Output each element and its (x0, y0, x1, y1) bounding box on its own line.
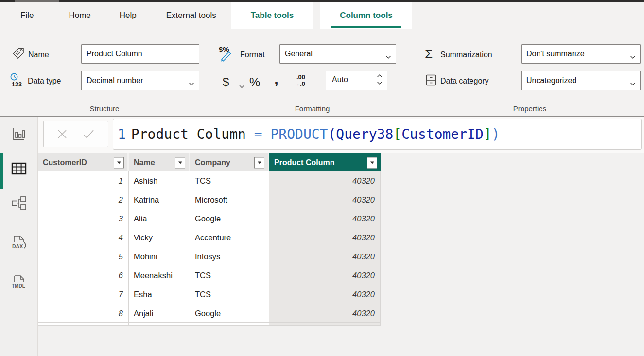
summarization-value: Don't summarize (526, 50, 585, 58)
thousands-separator-button[interactable]: , (274, 70, 278, 88)
cell-customerid[interactable]: 3 (38, 209, 129, 228)
sidebar-item-tmdl-view[interactable]: TMDL (0, 274, 38, 293)
cell-company[interactable]: Infosys (190, 247, 269, 266)
cell-name[interactable]: Meenakshi (129, 266, 190, 285)
table-row[interactable]: 6 Meenakshi TCS 40320 (38, 266, 381, 285)
cell-customerid[interactable]: 1 (38, 171, 129, 190)
cell-company[interactable]: Google (190, 209, 269, 228)
table-row[interactable]: 8 Anjali Google 40320 (38, 304, 381, 323)
cell-name[interactable]: Esha (129, 285, 190, 304)
tab-file[interactable]: File (20, 2, 34, 29)
cell-product-column[interactable]: 40320 (269, 304, 381, 323)
cell-product-column[interactable]: 40320 (269, 190, 381, 209)
table-row[interactable]: 7 Esha TCS 40320 (38, 285, 381, 304)
cell-customerid[interactable]: 6 (38, 266, 129, 285)
sidebar-item-report-view[interactable] (0, 125, 38, 143)
cell-product-column[interactable]: 40320 (269, 228, 381, 247)
cell-name[interactable]: Anjali (129, 304, 190, 323)
filter-button[interactable] (254, 157, 264, 168)
cell-name[interactable]: Katrina (129, 190, 190, 209)
group-label-formatting: Formatting (209, 104, 416, 113)
model-view-icon (10, 194, 28, 213)
cell-product-column[interactable]: 40320 (269, 266, 381, 285)
data-view-main: 1 Product Column = PRODUCT(Query38[Custo… (38, 117, 644, 356)
table-row[interactable]: 3 Alia Google 40320 (38, 209, 381, 228)
currency-chevron-icon[interactable] (239, 82, 244, 90)
ribbon: Name Product Column 123 Data type Decima… (0, 29, 644, 117)
sidebar-item-dax-query-view[interactable]: DAX (0, 234, 38, 254)
cell-product-column[interactable]: 40320 (269, 209, 381, 228)
filter-button[interactable] (367, 157, 377, 168)
table-row-stub (38, 323, 381, 326)
cell-name[interactable]: Vicky (129, 228, 190, 247)
cell-product-column[interactable]: 40320 (269, 171, 381, 190)
summarization-icon: Σ (425, 47, 433, 62)
format-dropdown[interactable]: General (279, 44, 396, 64)
cell-customerid[interactable]: 7 (38, 285, 129, 304)
report-view-icon (10, 125, 28, 143)
tab-help[interactable]: Help (120, 2, 137, 29)
data-category-label: Data category (440, 77, 489, 85)
table-row[interactable]: 5 Mohini Infosys 40320 (38, 247, 381, 266)
formula-token: ( (328, 126, 336, 142)
data-category-dropdown[interactable]: Uncategorized (521, 71, 641, 90)
cell-company[interactable]: TCS (190, 285, 269, 304)
cell-customerid[interactable]: 2 (38, 190, 129, 209)
sidebar-item-model-view[interactable] (0, 194, 38, 213)
column-name-input[interactable]: Product Column (81, 44, 199, 64)
cell-name[interactable]: Ashish (129, 171, 190, 190)
stepper-down-icon[interactable] (377, 81, 383, 85)
table-row[interactable]: 2 Katrina Microsoft 40320 (38, 190, 381, 209)
cell-product-column[interactable]: 40320 (269, 247, 381, 266)
decimal-places-icon[interactable]: .00 →.0 (288, 74, 305, 87)
commit-formula-icon[interactable] (82, 129, 95, 139)
cell-company[interactable]: Google (190, 304, 269, 323)
format-icon: $% (218, 45, 235, 64)
tab-home[interactable]: Home (69, 2, 90, 29)
cell-name[interactable]: Mohini (129, 247, 190, 266)
cancel-formula-icon[interactable] (57, 129, 68, 139)
filter-button[interactable] (114, 157, 124, 168)
table-row[interactable]: 1 Ashish TCS 40320 (38, 171, 381, 190)
data-type-value: Decimal number (87, 76, 143, 85)
filter-button[interactable] (175, 157, 185, 168)
cell-company[interactable]: TCS (190, 171, 269, 190)
column-header-name[interactable]: Name (129, 153, 189, 171)
group-divider (209, 34, 209, 114)
table-body: 1 Ashish TCS 40320 2 Katrina Microsoft 4… (38, 171, 381, 323)
column-header-customerid[interactable]: CustomerID (38, 153, 127, 171)
currency-format-button[interactable]: $ (223, 75, 229, 89)
cell-company[interactable]: Microsoft (190, 190, 269, 209)
column-header-product-column[interactable]: Product Column (269, 153, 381, 171)
percent-format-button[interactable]: % (249, 75, 260, 89)
dax-formula-bar[interactable]: 1 Product Column = PRODUCT(Query38[Custo… (113, 119, 642, 150)
cell-customerid[interactable]: 5 (38, 247, 129, 266)
tab-column-tools[interactable]: Column tools (320, 2, 412, 29)
decimal-arrow: → (294, 80, 300, 87)
sidebar-item-data-view[interactable] (0, 159, 38, 178)
format-value: General (285, 50, 313, 58)
tab-table-tools[interactable]: Table tools (231, 2, 313, 29)
cell-company[interactable]: Accenture (190, 228, 269, 247)
chevron-down-icon (630, 52, 636, 61)
cell-product-column[interactable]: 40320 (269, 285, 381, 304)
column-header-label: Company (195, 158, 230, 167)
summarization-dropdown[interactable]: Don't summarize (521, 44, 641, 64)
chevron-down-icon (189, 79, 194, 88)
filter-dropdown-icon (258, 161, 261, 164)
cell-customerid[interactable]: 4 (38, 228, 129, 247)
formula-token: Product Column (131, 126, 254, 142)
cell-customerid[interactable]: 8 (38, 304, 129, 323)
tab-external-tools[interactable]: External tools (166, 2, 216, 29)
formula-token: PRODUCT (270, 126, 328, 142)
tmdl-view-icon: TMDL (9, 274, 29, 293)
cell-name[interactable]: Alia (129, 209, 190, 228)
column-header-company[interactable]: Company (190, 153, 268, 171)
ribbon-tab-bar: File Home Help External tools Table tool… (0, 2, 644, 29)
decimal-places-stepper[interactable]: Auto (326, 71, 387, 90)
table-row[interactable]: 4 Vicky Accenture 40320 (38, 228, 381, 247)
data-type-dropdown[interactable]: Decimal number (81, 71, 199, 90)
cell-company[interactable]: TCS (190, 266, 269, 285)
stepper-up-icon[interactable] (377, 74, 383, 78)
data-type-icon: 123 (8, 72, 25, 90)
